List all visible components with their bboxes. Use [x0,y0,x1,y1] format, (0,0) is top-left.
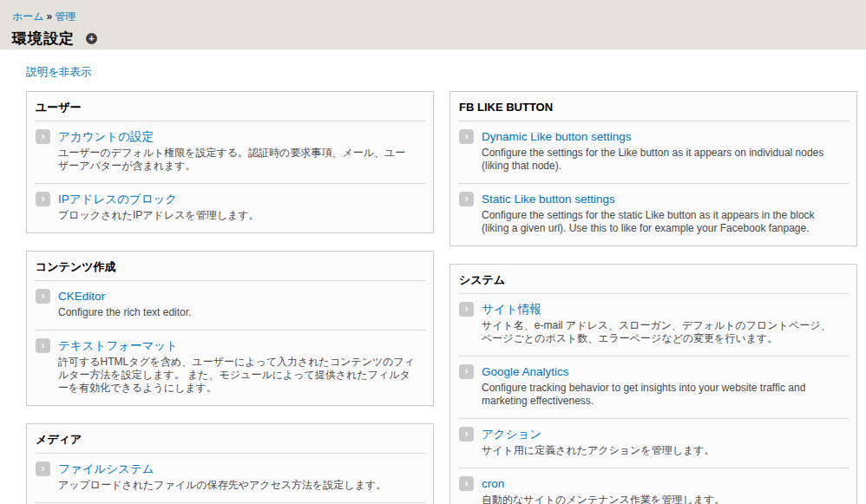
page-title: 環境設定 [12,29,75,49]
breadcrumb: ホーム»管理 [12,10,854,24]
chevron-right-icon: › [459,302,474,317]
panel-system: システム › サイト情報 サイト名、e-mail アドレス、スローガン、デフォル… [449,264,857,504]
hide-descriptions-link[interactable]: 説明を非表示 [26,65,91,80]
chevron-right-icon: › [459,192,474,206]
config-description: Configure tracking behavior to get insig… [482,382,839,408]
config-item-account-settings: › アカウントの設定 ユーザーのデフォルト権限を設定する。認証時の要求事項、メー… [35,121,425,183]
breadcrumb-home-link[interactable]: ホーム [12,10,44,23]
chevron-right-icon: › [36,192,50,206]
config-description: アップロードされたファイルの保存先やアクセス方法を設定します。 [58,479,386,492]
config-link[interactable]: ファイルシステム [58,461,154,476]
config-item-ip-blocking: › IPアドレスのブロック ブロックされたIPアドレスを管理します。 [35,183,425,232]
page-header-bar: ホーム»管理 環境設定 + [0,0,866,49]
right-column: FB LIKE BUTTON › Dynamic Like button set… [449,91,857,504]
config-description: サイト名、e-mail アドレス、スローガン、デフォルトのフロントページ、ページ… [482,319,839,345]
config-link[interactable]: cron [482,476,504,491]
config-description: サイト用に定義されたアクションを管理します。 [482,444,715,457]
panel-content-authoring: コンテンツ作成 › CKEditor Configure the rich te… [26,251,434,406]
panel-title: メディア [35,424,425,453]
config-link[interactable]: Dynamic Like button settings [482,129,632,144]
chevron-right-icon: › [36,129,50,144]
config-link[interactable]: テキストフォーマット [58,338,178,353]
config-description: Configure the rich text editor. [58,306,191,319]
breadcrumb-admin-link[interactable]: 管理 [55,10,75,23]
chevron-right-icon: › [36,461,50,476]
config-description: 許可するHTMLタグを含め、ユーザーによって入力されたコンテンツのフィルター方法… [58,356,416,395]
panel-title: コンテンツ作成 [35,252,425,280]
config-item-file-system: › ファイルシステム アップロードされたファイルの保存先やアクセス方法を設定しま… [35,453,425,502]
config-link[interactable]: アカウントの設定 [58,129,154,144]
config-item-dynamic-like: › Dynamic Like button settings Configure… [458,121,849,183]
chevron-right-icon: › [36,338,50,353]
panel-media: メディア › ファイルシステム アップロードされたファイルの保存先やアクセス方法… [26,423,434,504]
config-item-actions: › アクション サイト用に定義されたアクションを管理します。 [458,418,849,468]
config-description: ブロックされたIPアドレスを管理します。 [58,209,259,222]
panel-fb-like-button: FB LIKE BUTTON › Dynamic Like button set… [449,91,857,246]
left-column: ユーザー › アカウントの設定 ユーザーのデフォルト権限を設定する。認証時の要求… [26,91,434,504]
config-description: Configure the settings for the Like butt… [482,147,839,173]
chevron-right-icon: › [459,476,474,491]
chevron-right-icon: › [36,289,50,304]
config-description: Configure the settings for the static Li… [482,209,839,235]
config-description: 自動的なサイトのメンテナンス作業を管理します。 [482,494,725,504]
config-item-site-information: › サイト情報 サイト名、e-mail アドレス、スローガン、デフォルトのフロン… [458,293,849,356]
panel-title: FB LIKE BUTTON [458,92,849,121]
config-link[interactable]: Static Like button settings [482,192,615,206]
config-page-content: 説明を非表示 ユーザー › アカウントの設定 ユーザーのデフォルト権限を設定する… [0,49,866,504]
config-item-static-like: › Static Like button settings Configure … [458,183,849,245]
config-link[interactable]: IPアドレスのブロック [58,192,177,206]
panel-title: システム [458,265,849,293]
chevron-right-icon: › [459,364,474,379]
config-link[interactable]: Google Analytics [482,364,569,379]
config-link[interactable]: サイト情報 [482,302,541,317]
chevron-right-icon: › [459,129,474,144]
chevron-right-icon: › [459,427,474,442]
panel-user: ユーザー › アカウントの設定 ユーザーのデフォルト権限を設定する。認証時の要求… [26,91,434,233]
config-item-cron: › cron 自動的なサイトのメンテナンス作業を管理します。 [458,468,849,504]
panel-title: ユーザー [35,92,425,121]
config-link[interactable]: アクション [482,427,541,442]
config-description: ユーザーのデフォルト権限を設定する。認証時の要求事項、メール、ユーザーアバターが… [58,147,416,173]
config-item-text-formats: › テキストフォーマット 許可するHTMLタグを含め、ユーザーによって入力された… [35,330,425,405]
add-circle-icon[interactable]: + [86,33,97,44]
config-item-ckeditor: › CKEditor Configure the rich text edito… [35,280,425,330]
config-link[interactable]: CKEditor [58,289,105,304]
breadcrumb-separator: » [47,10,53,23]
config-item-google-analytics: › Google Analytics Configure tracking be… [458,356,849,418]
